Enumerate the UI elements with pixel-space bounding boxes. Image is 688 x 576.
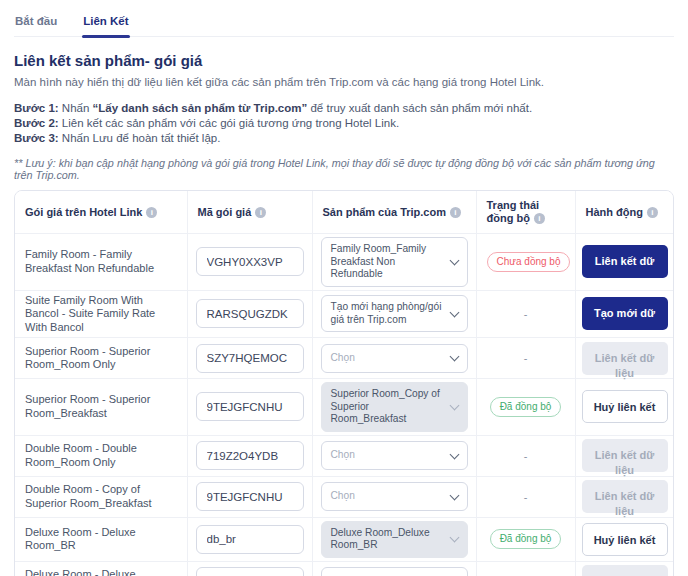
table-row: Deluxe Room - Deluxe Room_BRDeluxe Room_… [15,517,673,561]
sync-note: ** Lưu ý: khi bạn cập nhật hạng phòng và… [14,157,674,181]
select-value: Deluxe Room_Deluxe Room_BR [331,527,445,552]
info-icon: i [255,207,266,218]
trip-product-select: Superior Room_Copy of Superior Room_Brea… [321,382,468,432]
package-code-input[interactable] [196,247,304,276]
chevron-down-icon [449,255,459,265]
step-1: Bước 1: Nhấn “Lấy danh sách sản phẩm từ … [14,101,674,116]
column-header-trip-product: Sản phẩm của Trip.comi [312,191,476,234]
hotel-link-package-name: Suite Family Room With Bancol - Suite Fa… [25,294,177,335]
package-code-input[interactable] [196,299,304,328]
table-row: Family Room - Family Breakfast Non Refun… [15,234,673,291]
package-code-input[interactable] [196,482,304,511]
tab-bar: Bắt đầu Liên Kết [14,8,674,37]
page-title: Liên kết sản phẩm- gói giá [14,52,674,69]
column-header-hotel-link-package: Gói giá trên Hotel Linki [15,191,187,234]
tab-lien-ket[interactable]: Liên Kết [82,8,129,36]
hotel-link-package-name: Double Room - Double Room_Room Only [25,442,177,469]
hotel-link-package-name: Deluxe Room - Deluxe Room_noBR [25,568,177,576]
unlink-button[interactable]: Huỷ liên kết [582,523,668,556]
trip-product-select[interactable]: Chọn [321,344,468,373]
table-row: Suite Family Room With Bancol - Suite Fa… [15,290,673,338]
package-code-input[interactable] [196,392,304,421]
select-value: Superior Room_Copy of Superior Room_Brea… [331,388,445,426]
column-header-sync-status: Trạng thái đồng bội [476,191,575,234]
select-value: Family Room_Family Breakfast Non Refunda… [331,243,445,281]
table-row: Double Room - Copy of Superior Room_Brea… [15,476,673,517]
column-header-package-code: Mã gói giái [187,191,312,234]
select-value: Chọn [331,490,445,503]
info-icon: i [450,207,461,218]
steps: Bước 1: Nhấn “Lấy danh sách sản phẩm từ … [14,101,674,146]
chevron-down-icon [449,307,459,317]
table-row: Deluxe Room - Deluxe Room_noBRChọn-Liên … [15,561,673,576]
sync-status-empty: - [524,450,528,462]
table-row: Superior Room - Superior Room_BreakfastS… [15,379,673,436]
sync-status-badge: Chưa đồng bộ [487,252,571,272]
link-data-button: Liên kết dữ liệu [582,439,668,472]
info-icon: i [647,207,658,218]
table-row: Double Room - Double Room_Room OnlyChọn-… [15,435,673,476]
link-table: Gói giá trên Hotel Linki Mã gói giái Sản… [14,190,674,576]
sync-status-empty: - [524,352,528,364]
trip-product-select[interactable]: Tạo mới hạng phòng/gói giá trên Trip.com [321,295,468,332]
table-header-row: Gói giá trên Hotel Linki Mã gói giái Sản… [15,191,673,234]
select-value: Tạo mới hạng phòng/gói giá trên Trip.com [331,301,445,326]
hotel-link-package-name: Double Room - Copy of Superior Room_Brea… [25,483,177,510]
trip-product-select: Deluxe Room_Deluxe Room_BR [321,521,468,558]
chevron-down-icon [449,352,459,362]
table-row: Superior Room - Superior Room_Room OnlyC… [15,338,673,379]
trip-product-select[interactable]: Family Room_Family Breakfast Non Refunda… [321,237,468,287]
link-data-button: Liên kết dữ liệu [582,342,668,375]
trip-product-select[interactable]: Chọn [321,482,468,511]
chevron-down-icon [449,400,459,410]
unlink-button[interactable]: Huỷ liên kết [582,390,668,423]
package-code-input[interactable] [196,525,304,554]
step-2: Bước 2: Liên kết các sản phẩm với các gó… [14,116,674,131]
sync-status-empty: - [524,308,528,320]
hotel-link-package-name: Deluxe Room - Deluxe Room_BR [25,526,177,553]
sync-status-badge: Đã đồng bộ [490,529,562,549]
page: Bắt đầu Liên Kết Liên kết sản phẩm- gói … [0,0,688,576]
page-description: Màn hình này hiển thị dữ liệu liên kết g… [14,76,674,88]
trip-product-select[interactable]: Chọn [321,441,468,470]
package-code-input[interactable] [196,344,304,373]
link-table-body: Family Room - Family Breakfast Non Refun… [15,234,673,576]
chevron-down-icon [449,449,459,459]
info-icon: i [534,213,545,224]
select-value: Chọn [331,449,445,462]
link-data-button[interactable]: Liên kết dữ [582,245,668,278]
hotel-link-package-name: Superior Room - Superior Room_Room Only [25,345,177,372]
select-value: Chọn [331,352,445,365]
create-data-button[interactable]: Tạo mới dữ [582,297,668,330]
chevron-down-icon [449,533,459,543]
tab-bat-dau[interactable]: Bắt đầu [14,8,58,36]
sync-status-badge: Đã đồng bộ [490,397,562,417]
hotel-link-package-name: Family Room - Family Breakfast Non Refun… [25,248,177,275]
step-3: Bước 3: Nhấn Lưu để hoàn tất thiết lập. [14,131,674,146]
column-header-action: Hành độngi [575,191,673,234]
package-code-input[interactable] [196,567,304,576]
chevron-down-icon [449,490,459,500]
sync-status-empty: - [524,491,528,503]
package-code-input[interactable] [196,441,304,470]
link-data-button: Liên kết dữ liệu [582,565,668,576]
hotel-link-package-name: Superior Room - Superior Room_Breakfast [25,393,177,420]
link-data-button: Liên kết dữ liệu [582,480,668,513]
trip-product-select[interactable]: Chọn [321,567,468,576]
info-icon: i [146,207,157,218]
